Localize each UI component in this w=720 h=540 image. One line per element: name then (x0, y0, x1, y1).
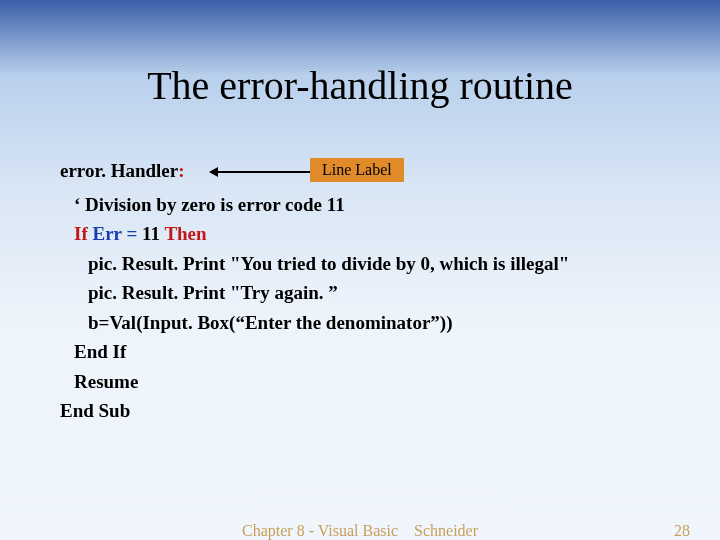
code-assign: b=Val(Input. Box(“Enter the denominator”… (60, 308, 680, 337)
code-endif: End If (60, 337, 680, 366)
code-eleven: 11 (142, 223, 160, 244)
kw-then: Then (160, 223, 207, 244)
code-resume: Resume (60, 367, 680, 396)
kw-if: If (74, 223, 88, 244)
slide-title: The error-handling routine (0, 0, 720, 109)
handler-colon: : (178, 160, 184, 181)
code-comment: ‘ Division by zero is error code 11 (60, 190, 680, 219)
handler-name: error. Handler (60, 160, 178, 181)
kw-err: Err (92, 223, 121, 244)
handler-label: error. Handler: (60, 160, 185, 182)
handler-label-row: error. Handler: Line Label (60, 160, 680, 186)
code-block: ‘ Division by zero is error code 11 If E… (60, 190, 680, 426)
line-label-callout: Line Label (310, 158, 404, 182)
kw-eq: = (122, 223, 142, 244)
code-if-line: If Err = 11 Then (60, 219, 680, 248)
slide-content: error. Handler: Line Label ‘ Division by… (60, 160, 680, 426)
code-endsub: End Sub (60, 396, 680, 425)
code-print1: pic. Result. Print "You tried to divide … (60, 249, 680, 278)
footer-center-text: Chapter 8 - Visual Basic Schneider (242, 522, 478, 540)
code-print2: pic. Result. Print "Try again. ” (60, 278, 680, 307)
footer-page-number: 28 (674, 522, 690, 540)
arrow-line-icon (215, 171, 310, 173)
